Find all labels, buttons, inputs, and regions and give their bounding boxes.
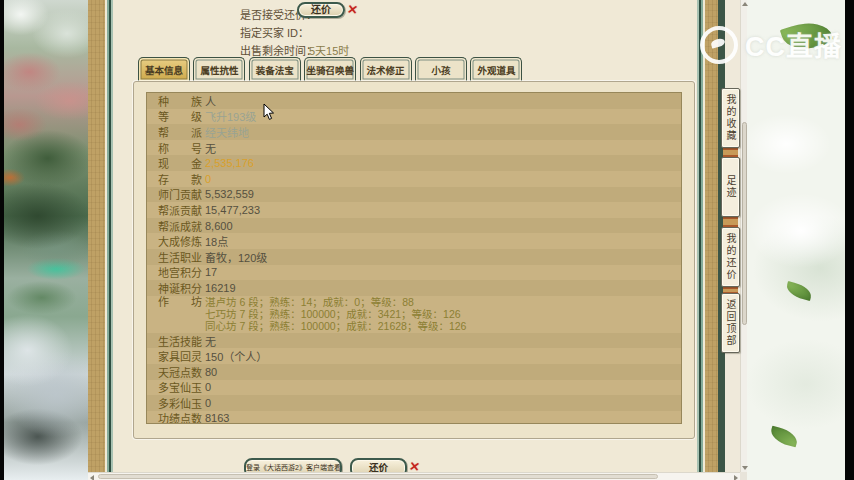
cc-live-brand-text: CC直播 [745,25,842,64]
counter-offer-badge-button[interactable]: 还价 [297,2,345,18]
scrollbar-corner [740,472,747,480]
info-row-value: 8,600 [205,220,233,232]
info-row-value: 150（个人） [205,348,267,364]
basic-info-panel: 种 族 人 等 级 飞升193级 帮 派 经天纬地 称 号 无 现 金 2,53… [146,92,682,424]
game-background-art [4,0,88,480]
cc-live-watermark: CC直播 [700,25,842,64]
info-row-value: 2,535,176 [205,157,254,169]
info-row-label: 天冠点数 [158,364,202,380]
sidebar-connector [723,217,738,227]
sidebar-back-to-top-button[interactable]: 返回顶部 [721,293,740,353]
info-row: 作 坊 湛卢坊 6 段；熟练：14；成就：0；等级：88七巧坊 7 段；熟练：1… [147,296,681,333]
info-row-value: 畜牧，120级 [205,249,267,265]
info-row: 神诞积分 16219 [147,280,681,296]
info-row-value: 5,532,559 [205,188,254,200]
info-row-value: 0 [205,381,211,393]
scroll-right-arrow-icon[interactable] [734,475,738,480]
info-row-label: 称 号 [158,140,202,156]
info-row-label: 生活职业 [158,249,202,265]
tab-3[interactable]: 坐骑召唤兽 [304,57,356,81]
sidebar-my-favorites-button[interactable]: 我的收藏 [721,88,740,148]
info-row: 家具回灵 150（个人） [147,348,681,364]
scroll-up-arrow-icon[interactable] [742,2,748,6]
vertical-scrollbar-thumb[interactable] [742,122,747,325]
letterbox-bar-right [845,0,854,480]
horizontal-scrollbar-thumb[interactable] [98,474,658,479]
info-row: 功绩点数 8163 [147,411,681,424]
letterbox-bar-left [0,0,4,480]
info-row-label: 功绩点数 [158,410,202,424]
info-row: 现 金 2,535,176 [147,155,681,171]
info-row-value: 无 [205,140,216,156]
info-row-label: 帮派贡献 [158,202,202,218]
info-row-label: 种 族 [158,93,202,109]
horizontal-scrollbar[interactable] [88,472,740,480]
info-row: 生活职业 畜牧，120级 [147,249,681,265]
sidebar-my-counter-offers-button[interactable]: 我的还价 [721,227,740,287]
info-row-value: 15,477,233 [205,204,260,216]
info-row: 大成修炼 18点 [147,233,681,249]
sidebar-footprints-button[interactable]: 足迹 [721,157,740,217]
info-row: 多宝仙玉 0 [147,380,681,396]
info-row: 帮 派 经天纬地 [147,124,681,140]
page-border-left [88,0,105,472]
info-row-label: 现 金 [158,155,202,171]
info-row-label: 帮派成就 [158,218,202,234]
info-row-label: 大成修炼 [158,233,202,249]
info-row-value: 8163 [205,412,229,424]
info-row-value: 湛卢坊 6 段；熟练：14；成就：0；等级：88七巧坊 7 段；熟练：10000… [205,296,466,333]
sidebar-connector [723,148,738,157]
info-row-value: 17 [205,266,217,278]
info-row-value: 16219 [205,282,236,294]
info-row: 天冠点数 80 [147,364,681,380]
info-row-label: 存 款 [158,171,202,187]
tab-2[interactable]: 装备法宝 [249,57,301,81]
info-row-label: 多宝仙玉 [158,379,202,395]
info-row: 帮派贡献 15,477,233 [147,202,681,218]
tab-0[interactable]: 基本信息 [138,57,190,81]
info-row-value: 经天纬地 [205,124,249,140]
info-row: 生活技能 无 [147,333,681,349]
info-row-value: 人 [205,93,216,109]
info-row-value: 80 [205,366,217,378]
designated-buyer-id-label: 指定买家 ID： [240,24,309,40]
cc-live-logo-icon [700,26,738,64]
scroll-down-arrow-icon[interactable] [742,466,748,470]
info-row: 帮派成就 8,600 [147,218,681,234]
info-row-label: 地宫积分 [158,264,202,280]
screen: CC直播 是否接受还价： 还价 ✕ 指定买家 ID： 出售剩余时间： 5天15时… [0,0,854,480]
mouse-cursor [263,103,275,125]
counter-offer-disabled-x-icon: ✕ [346,1,359,17]
info-row-value: 0 [205,397,211,409]
sale-time-remaining-label: 出售剩余时间： [240,42,317,58]
sale-time-remaining-value: 5天15时 [309,42,349,58]
info-row: 等 级 飞升193级 [147,109,681,125]
info-row-label: 帮 派 [158,124,202,140]
info-row: 称 号 无 [147,140,681,156]
vertical-scrollbar[interactable] [740,0,747,472]
tab-6[interactable]: 外观道具 [470,57,522,81]
info-row: 地宫积分 17 [147,265,681,281]
tab-1[interactable]: 属性抗性 [193,57,245,81]
info-row-value: 飞升193级 [205,108,256,124]
info-row-label: 生活技能 [158,333,202,349]
info-row-value: 无 [205,333,216,349]
info-row-label: 家具回灵 [158,348,202,364]
tab-4[interactable]: 法术修正 [360,57,412,81]
info-row-label: 等 级 [158,108,202,124]
page-border-stripes-right [697,0,705,472]
info-row-label: 神诞积分 [158,280,202,296]
info-row-label: 师门贡献 [158,186,202,202]
info-row-label: 作 坊 [158,296,202,309]
info-row-value: 18点 [205,233,228,249]
scroll-left-arrow-icon[interactable] [90,475,94,480]
info-row: 师门贡献 5,532,559 [147,187,681,203]
info-row: 存 款 0 [147,171,681,187]
info-row: 多彩仙玉 0 [147,395,681,411]
info-row-label: 多彩仙玉 [158,395,202,411]
tab-5[interactable]: 小孩 [415,57,467,81]
info-row: 种 族 人 [147,93,681,109]
page-border-stripes-left [105,0,113,472]
site-flower-background [747,0,845,480]
info-row-value: 0 [205,173,211,185]
